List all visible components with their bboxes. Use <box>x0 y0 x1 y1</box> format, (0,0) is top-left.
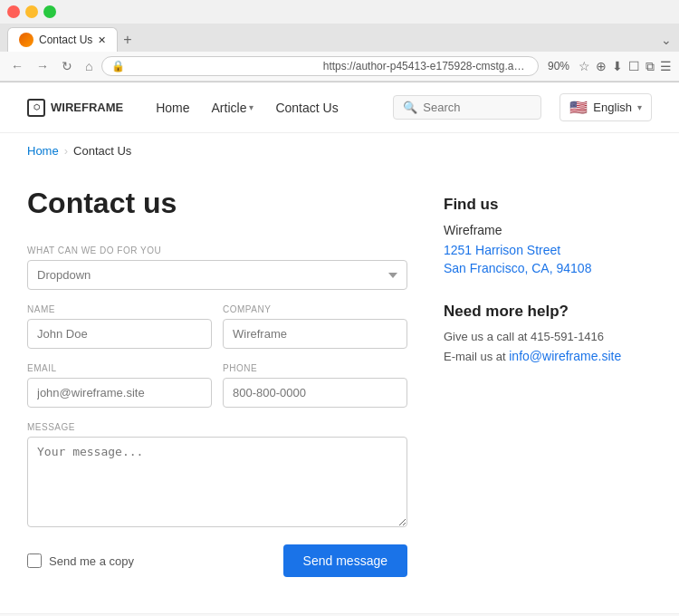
site-nav: Home Article ▾ Contact Us <box>156 101 375 115</box>
dropdown-wrapper: Dropdown <box>27 260 407 290</box>
send-copy-checkbox[interactable] <box>27 553 42 568</box>
chevron-down-icon: ▾ <box>249 102 253 112</box>
send-copy-label[interactable]: Send me a copy <box>27 553 134 568</box>
breadcrumb-home[interactable]: Home <box>27 144 59 158</box>
home-button[interactable]: ⌂ <box>81 57 96 75</box>
screenshot-icon[interactable]: ☐ <box>628 59 640 73</box>
phone-input[interactable] <box>223 378 407 408</box>
email-group: EMAIL <box>27 363 212 408</box>
language-label: English <box>593 101 632 114</box>
tab-title: Contact Us <box>39 34 92 46</box>
send-copy-text: Send me a copy <box>49 554 134 568</box>
search-icon: 🔍 <box>403 101 417 114</box>
message-textarea[interactable] <box>27 437 407 527</box>
close-button[interactable] <box>7 5 20 18</box>
browser-tab[interactable]: Contact Us ✕ <box>7 27 118 52</box>
phone-group: PHONE <box>223 363 407 408</box>
company-group: COMPANY <box>223 304 407 349</box>
contact-form: Contact us WHAT CAN WE DO FOR YOU Dropdo… <box>27 187 407 577</box>
message-label: MESSAGE <box>27 422 407 432</box>
logo-text: WIREFRAME <box>51 101 123 114</box>
menu-icon[interactable]: ☰ <box>660 59 672 73</box>
nav-contact[interactable]: Contact Us <box>275 101 338 115</box>
find-us-title: Find us <box>444 196 643 214</box>
address-line2[interactable]: San Francisco, CA, 94108 <box>444 261 643 275</box>
language-selector[interactable]: 🇺🇸 English ▾ <box>559 93 652 121</box>
logo-icon: ⬡ <box>27 99 45 117</box>
email-prefix: E-mail us at <box>444 350 509 363</box>
message-section: MESSAGE <box>27 422 407 530</box>
breadcrumb: Home › Contact Us <box>0 133 679 168</box>
nav-article-link[interactable]: Article <box>212 101 247 115</box>
email-text: E-mail us at info@wireframe.site <box>444 349 643 363</box>
need-more-title: Need more help? <box>444 303 643 321</box>
forward-button[interactable]: → <box>33 57 53 75</box>
what-label: WHAT CAN WE DO FOR YOU <box>27 245 407 255</box>
search-box[interactable]: 🔍 <box>393 95 541 120</box>
sidebar-info: Find us Wireframe 1251 Harrison Street S… <box>444 187 643 577</box>
org-name: Wireframe <box>444 223 643 237</box>
name-label: NAME <box>27 304 212 314</box>
find-us-section: Find us Wireframe 1251 Harrison Street S… <box>444 196 643 275</box>
site-logo: ⬡ WIREFRAME <box>27 99 123 117</box>
browser-extensions: ⊕ ⬇ ☐ ⧉ ☰ <box>596 59 672 74</box>
firefox-icon <box>19 33 33 47</box>
form-footer: Send me a copy Send message <box>27 544 407 577</box>
email-link[interactable]: info@wireframe.site <box>509 349 621 363</box>
site-header: ⬡ WIREFRAME Home Article ▾ Contact Us 🔍 … <box>0 82 679 133</box>
download-icon[interactable]: ⬇ <box>612 59 623 73</box>
company-input[interactable] <box>223 319 407 349</box>
address-bar[interactable]: 🔒 https://author-p45413-e175928-cmstg.ad… <box>101 56 539 76</box>
name-group: NAME <box>27 304 212 349</box>
zoom-level: 90% <box>544 60 573 72</box>
need-help-section: Need more help? Give us a call at 415-59… <box>444 303 643 363</box>
address-text: https://author-p45413-e175928-cmstg.adob… <box>323 60 529 72</box>
browser-nav: ← → ↻ ⌂ 🔒 https://author-p45413-e175928-… <box>0 52 679 82</box>
breadcrumb-current: Contact Us <box>73 144 131 158</box>
flag-icon: 🇺🇸 <box>569 99 588 116</box>
page-title: Contact us <box>27 187 407 220</box>
reload-button[interactable]: ↻ <box>58 57 76 75</box>
call-text: Give us a call at 415-591-1416 <box>444 330 643 343</box>
maximize-button[interactable] <box>43 5 56 18</box>
tab-close-icon[interactable]: ✕ <box>98 34 106 46</box>
search-input[interactable] <box>423 101 531 114</box>
send-message-button[interactable]: Send message <box>283 544 407 577</box>
email-phone-row: EMAIL PHONE <box>27 363 407 408</box>
star-icon[interactable]: ☆ <box>579 59 590 73</box>
chevron-down-icon: ▾ <box>637 102 642 112</box>
browser-tabs: Contact Us ✕ + ⌄ <box>0 24 679 52</box>
browser-chrome: Contact Us ✕ + ⌄ ← → ↻ ⌂ 🔒 https://autho… <box>0 0 679 82</box>
name-input[interactable] <box>27 319 212 349</box>
address-line1[interactable]: 1251 Harrison Street <box>444 243 643 257</box>
name-company-row: NAME COMPANY <box>27 304 407 349</box>
phone-label: PHONE <box>223 363 407 373</box>
back-button[interactable]: ← <box>7 57 27 75</box>
bookmark-icon[interactable]: ⊕ <box>596 59 607 73</box>
minimize-button[interactable] <box>25 5 38 18</box>
dropdown-section: WHAT CAN WE DO FOR YOU Dropdown <box>27 245 407 290</box>
new-tab-button[interactable]: + <box>123 32 131 48</box>
nav-home[interactable]: Home <box>156 101 189 115</box>
breadcrumb-separator: › <box>64 144 68 158</box>
email-label: EMAIL <box>27 363 212 373</box>
service-dropdown[interactable]: Dropdown <box>27 260 407 290</box>
email-input[interactable] <box>27 378 212 408</box>
tab-overflow-button[interactable]: ⌄ <box>661 33 672 47</box>
page-content: Contact us WHAT CAN WE DO FOR YOU Dropdo… <box>0 168 679 613</box>
company-label: COMPANY <box>223 304 407 314</box>
nav-article[interactable]: Article ▾ <box>212 101 254 115</box>
extension-icon[interactable]: ⧉ <box>646 59 655 74</box>
browser-toolbar <box>0 0 679 24</box>
